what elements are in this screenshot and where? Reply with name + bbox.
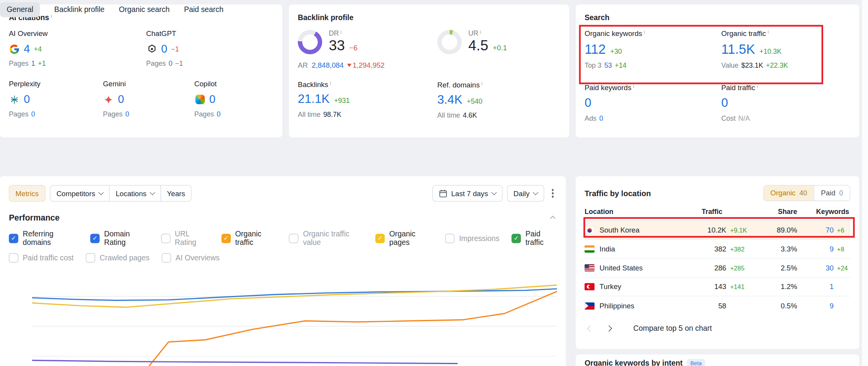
paid-traffic-block: Paid traffic 0 Cost N/A bbox=[721, 84, 851, 122]
table-row-india[interactable]: India 382+382 3.3% 9+8 bbox=[585, 240, 850, 259]
tab-general[interactable]: General bbox=[0, 2, 40, 17]
chevron-down-icon bbox=[150, 190, 155, 195]
cell-keywords-delta: +8 bbox=[834, 246, 850, 253]
backlinks-block: Backlinks 21.1K +931 All time 98.7K bbox=[298, 80, 437, 119]
column-location: Location bbox=[585, 208, 664, 215]
pages-value[interactable]: 0 bbox=[31, 110, 35, 118]
competitors-button[interactable]: Competitors bbox=[50, 185, 110, 202]
alltime-value: 98.7K bbox=[323, 111, 341, 118]
search-card: Search Organic keywords 112 +30 Top 3 53… bbox=[576, 4, 859, 137]
pages-value[interactable]: 0 bbox=[169, 60, 172, 68]
granularity-button[interactable]: Daily bbox=[507, 185, 544, 202]
table-row-turkey[interactable]: Turkey 143+141 1.2% 1 bbox=[585, 277, 850, 296]
ai-metric-value-row: 0 bbox=[9, 93, 103, 106]
ur-label: UR bbox=[468, 29, 507, 37]
compare-top5-link[interactable]: Compare top 5 on chart bbox=[633, 324, 712, 332]
ai-metric-value[interactable]: 4 bbox=[24, 43, 30, 55]
cell-keywords[interactable]: 1 bbox=[797, 282, 834, 291]
organic-keywords-value[interactable]: 112 bbox=[585, 41, 606, 57]
metric-toggle-organic-traffic[interactable]: Organic traffic bbox=[221, 230, 277, 246]
paid-traffic-value[interactable]: 0 bbox=[721, 96, 728, 110]
pages-label: Pages bbox=[146, 60, 166, 68]
ai-metric-label: AI Overview bbox=[9, 29, 146, 38]
metric-toggle-organic-pages[interactable]: Organic pages bbox=[375, 230, 433, 246]
ai-metric-value[interactable]: 0 bbox=[209, 93, 215, 106]
table-row-south-korea[interactable]: South Korea 10.2K+9.1K 89.0% 70+6 bbox=[585, 221, 850, 240]
info-icon bbox=[633, 84, 634, 89]
metric-toggle-referring-domains[interactable]: Referring domains bbox=[9, 230, 78, 246]
ai-metric-pages: Pages 0 bbox=[194, 110, 274, 118]
cell-keywords[interactable]: 30 bbox=[797, 264, 834, 272]
pages-value[interactable]: 1 bbox=[31, 60, 35, 68]
tab-paid-search[interactable]: Paid search bbox=[184, 5, 223, 14]
chevron-down-icon bbox=[491, 190, 496, 195]
organic-traffic-label: Organic traffic bbox=[721, 29, 851, 38]
locations-button[interactable]: Locations bbox=[109, 185, 161, 202]
backlinks-value[interactable]: 21.1K bbox=[298, 92, 329, 106]
performance-chart[interactable] bbox=[32, 272, 557, 366]
checkbox-unchecked-icon bbox=[161, 233, 170, 243]
dr-donut-chart bbox=[298, 30, 322, 54]
traffic-by-location-title: Traffic by location bbox=[585, 189, 651, 198]
ai-metric-value[interactable]: 0 bbox=[118, 93, 124, 106]
metric-toggle-domain-rating[interactable]: Domain Rating bbox=[90, 230, 148, 246]
pages-value[interactable]: 0 bbox=[217, 110, 220, 118]
ar-value[interactable]: 2,848,084 bbox=[312, 61, 344, 69]
ai-metric-value-row: 0 −1 bbox=[146, 43, 273, 55]
paid-keywords-label: Paid keywords bbox=[585, 84, 721, 92]
table-row-united-states[interactable]: United States 286+285 2.5% 30+24 bbox=[585, 259, 850, 278]
metric-toggle-paid-traffic[interactable]: Paid traffic bbox=[512, 230, 557, 246]
organic-traffic-value[interactable]: 11.5K bbox=[721, 41, 755, 57]
cell-traffic: 10.2K bbox=[664, 226, 726, 234]
cell-keywords[interactable]: 9 bbox=[797, 245, 834, 253]
scrollbar[interactable] bbox=[861, 0, 868, 366]
previous-page-icon[interactable] bbox=[587, 325, 593, 331]
checkbox-unchecked-icon bbox=[9, 253, 18, 262]
info-icon bbox=[481, 81, 483, 86]
paid-keywords-value[interactable]: 0 bbox=[585, 96, 592, 110]
checkbox-unchecked-icon bbox=[162, 253, 171, 262]
location-name: India bbox=[600, 245, 615, 253]
ai-metric-value[interactable]: 0 bbox=[24, 93, 30, 106]
metric-toggle-ai-overviews[interactable]: AI Overviews bbox=[162, 253, 220, 262]
metrics-button[interactable]: Metrics bbox=[9, 185, 45, 202]
refdomains-value[interactable]: 3.4K bbox=[437, 92, 462, 107]
cell-keywords-delta: +24 bbox=[834, 265, 850, 271]
collapse-section-icon[interactable] bbox=[550, 216, 556, 221]
table-row-philippines[interactable]: Philippines 58 0.5% 9 bbox=[585, 296, 850, 315]
chevron-down-icon bbox=[532, 190, 538, 195]
tab-backlink-profile[interactable]: Backlink profile bbox=[54, 5, 104, 14]
flag-turkey-icon bbox=[585, 283, 595, 291]
metric-toggle-url-rating[interactable]: URL Rating bbox=[161, 230, 209, 246]
pages-value[interactable]: 0 bbox=[125, 110, 129, 118]
years-button[interactable]: Years bbox=[160, 185, 192, 202]
cell-keywords[interactable]: 70 bbox=[797, 226, 834, 234]
cell-traffic: 58 bbox=[664, 302, 726, 310]
more-options-icon[interactable] bbox=[548, 186, 557, 201]
metric-toggle-organic-traffic-value[interactable]: Organic traffic value bbox=[289, 230, 363, 246]
metric-toggle-paid-traffic-cost[interactable]: Paid traffic cost bbox=[9, 253, 74, 262]
toggle-organic[interactable]: Organic 40 bbox=[764, 186, 813, 201]
checkbox-checked-icon bbox=[221, 233, 230, 243]
metric-toggle-crawled-pages[interactable]: Crawled pages bbox=[86, 253, 150, 262]
backlink-grid: DR 33 −6 AR 2,848,084 1,294,952 Backlink… bbox=[298, 29, 560, 119]
top3-value[interactable]: 53 bbox=[604, 62, 612, 69]
ai-metric-value[interactable]: 0 bbox=[161, 43, 167, 55]
perplexity-icon bbox=[9, 94, 20, 105]
metric-toggle-impressions[interactable]: Impressions bbox=[445, 233, 500, 243]
flag-united-states-icon bbox=[585, 264, 595, 272]
toggle-paid[interactable]: Paid 0 bbox=[814, 186, 850, 201]
alltime-label: All time bbox=[437, 111, 460, 119]
alltime-label: All time bbox=[298, 111, 321, 118]
info-icon bbox=[757, 84, 758, 89]
ur-block: UR 4.5 +0.1 Ref. domains 3.4K +540 bbox=[437, 29, 560, 119]
organic-keywords-block: Organic keywords 112 +30 Top 3 53 +14 bbox=[585, 29, 721, 69]
tab-organic-search[interactable]: Organic search bbox=[119, 5, 170, 14]
cell-traffic-delta: +382 bbox=[726, 246, 752, 253]
cell-keywords[interactable]: 9 bbox=[797, 302, 834, 310]
ai-metric-value-row: 0 bbox=[194, 93, 274, 106]
next-page-icon[interactable] bbox=[606, 325, 612, 331]
date-range-button[interactable]: Last 7 days bbox=[432, 185, 502, 202]
ads-value[interactable]: 0 bbox=[599, 115, 603, 122]
organic-keywords-by-intent-card: Organic keywords by intent Beta bbox=[576, 354, 859, 366]
